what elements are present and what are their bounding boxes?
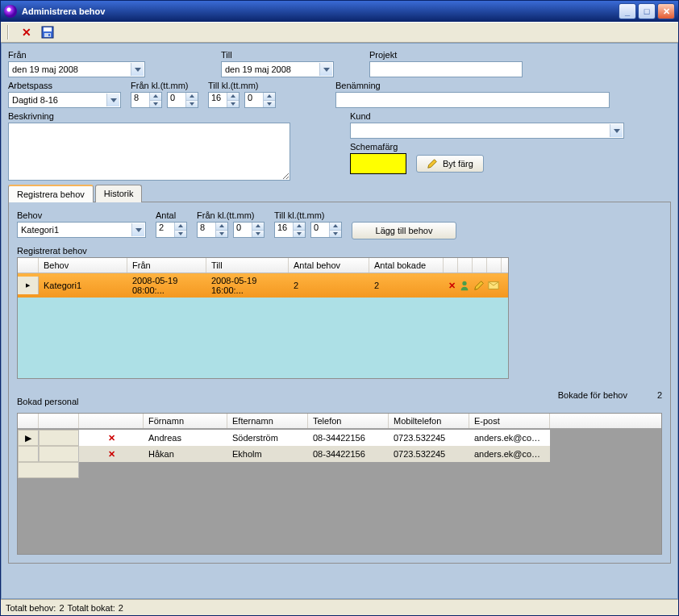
chevron-down-icon[interactable] (319, 63, 332, 76)
person-icon[interactable] (459, 280, 470, 291)
save-icon[interactable] (41, 26, 54, 39)
row-selector-icon[interactable]: ▶ (18, 430, 39, 446)
envelope-icon[interactable] (488, 280, 499, 291)
chevron-down-icon[interactable] (175, 231, 186, 238)
behov-fran-min-stepper[interactable]: 0 (233, 222, 265, 238)
behov-till-kl-label: Till kl.(tt.mm) (274, 210, 342, 220)
chevron-up-icon[interactable] (175, 223, 186, 231)
chevron-up-icon[interactable] (330, 223, 341, 231)
chevron-up-icon[interactable] (150, 93, 161, 101)
table-row[interactable]: Kategori1 2008-05-19 08:00:... 2008-05-1… (18, 273, 508, 298)
maximize-button[interactable]: □ (638, 3, 656, 19)
chevron-up-icon[interactable] (252, 223, 264, 231)
toolbar-separator (7, 25, 9, 40)
color-swatch (350, 153, 406, 174)
grid-empty-area (18, 298, 508, 378)
delete-icon[interactable]: ✕ (19, 26, 35, 39)
beskrivning-textarea[interactable] (8, 123, 290, 181)
personal-grid: Förnamn Efternamn Telefon Mobiltelefon E… (17, 413, 662, 555)
col-telefon[interactable]: Telefon (308, 414, 389, 428)
fran-kl-label: Från kl.(tt.mm) (131, 81, 198, 90)
benamning-label: Benämning (335, 81, 610, 90)
benamning-input[interactable] (335, 92, 610, 108)
till-kl-hour-stepper[interactable]: 16 (208, 92, 240, 108)
till-label: Till (221, 50, 334, 60)
row-selector-icon[interactable] (18, 446, 39, 462)
bokad-personal-label: Bokad personal (17, 397, 78, 406)
chevron-down-icon[interactable] (610, 124, 623, 137)
chevron-up-icon[interactable] (294, 223, 305, 231)
remove-icon[interactable]: ✕ (79, 449, 144, 460)
col-antal-behov[interactable]: Antal behov (289, 258, 369, 273)
behov-till-hour-stepper[interactable]: 16 (274, 222, 306, 238)
projekt-input[interactable] (369, 61, 523, 77)
behov-till-min-stepper[interactable]: 0 (310, 222, 342, 238)
chevron-down-icon[interactable] (216, 231, 227, 238)
lagg-till-behov-button[interactable]: Lägg till behov (352, 222, 456, 239)
antal-stepper[interactable]: 2 (156, 222, 187, 238)
close-button[interactable]: ✕ (657, 3, 675, 19)
kund-label: Kund (350, 111, 624, 121)
behov-select[interactable]: Kategori1 (17, 222, 146, 238)
col-behov[interactable]: Behov (39, 258, 127, 273)
svg-rect-1 (44, 27, 52, 31)
col-fran[interactable]: Från (127, 258, 206, 273)
list-item[interactable]: ✕ Håkan Ekholm 08-34422156 0723.532245 a… (18, 446, 550, 462)
window-root: Administrera behov _ □ ✕ ✕ Från den 19 m… (0, 0, 679, 616)
totalt-bokat-value: 2 (119, 603, 123, 613)
tab-strip: Registrera behov Historik (8, 185, 671, 202)
row-selector-icon[interactable] (18, 277, 39, 294)
col-till[interactable]: Till (206, 258, 289, 273)
beskrivning-label: Beskrivning (8, 111, 290, 121)
list-item[interactable]: ▶ ✕ Andreas Söderström 08-34422156 0723.… (18, 430, 550, 446)
chevron-down-icon[interactable] (294, 231, 305, 238)
col-efternamn[interactable]: Efternamn (227, 414, 308, 428)
chevron-down-icon[interactable] (106, 94, 119, 106)
tab-historik[interactable]: Historik (95, 185, 143, 202)
chevron-down-icon[interactable] (186, 101, 198, 108)
remove-icon[interactable]: ✕ (79, 433, 144, 443)
fran-kl-min-stepper[interactable]: 0 (167, 92, 198, 108)
tab-registrera-behov[interactable]: Registrera behov (8, 185, 94, 202)
till-kl-label: Till kl.(tt.mm) (208, 81, 276, 90)
arbetspass-select[interactable]: Dagtid 8-16 (8, 92, 121, 108)
grid-header: Behov Från Till Antal behov Antal bokade (18, 258, 508, 273)
col-mobil[interactable]: Mobiltelefon (389, 414, 469, 428)
personal-header: Förnamn Efternamn Telefon Mobiltelefon E… (18, 414, 661, 428)
chevron-down-icon[interactable] (330, 231, 341, 238)
app-icon (4, 5, 17, 18)
window-title: Administrera behov (22, 6, 105, 16)
chevron-down-icon[interactable] (150, 101, 161, 108)
chevron-down-icon[interactable] (252, 231, 264, 238)
behov-fran-hour-stepper[interactable]: 8 (197, 222, 228, 238)
registrerat-grid: Behov Från Till Antal behov Antal bokade… (17, 257, 509, 379)
totalt-behov-label: Totalt behov: (6, 603, 56, 613)
kund-select[interactable] (350, 123, 624, 139)
chevron-down-icon[interactable] (131, 63, 144, 76)
chevron-down-icon[interactable] (264, 101, 275, 108)
delete-icon[interactable]: ✕ (448, 281, 456, 291)
chevron-down-icon[interactable] (131, 223, 144, 236)
chevron-up-icon[interactable] (186, 93, 198, 101)
pencil-icon (427, 158, 438, 169)
fran-kl-hour-stepper[interactable]: 8 (131, 92, 162, 108)
behov-fran-kl-label: Från kl.(tt.mm) (197, 210, 265, 220)
till-kl-min-stepper[interactable]: 0 (244, 92, 276, 108)
totalt-behov-value: 2 (59, 603, 64, 613)
minimize-button[interactable]: _ (619, 3, 636, 19)
chevron-down-icon[interactable] (227, 101, 239, 108)
byt-farg-button[interactable]: Byt färg (416, 155, 484, 173)
antal-label: Antal (156, 210, 187, 220)
col-epost[interactable]: E-post (469, 414, 550, 428)
svg-rect-3 (48, 34, 50, 36)
fran-datepicker[interactable]: den 19 maj 2008 (8, 61, 145, 77)
toolbar: ✕ (1, 22, 678, 43)
chevron-up-icon[interactable] (264, 93, 275, 101)
pencil-icon[interactable] (473, 280, 485, 291)
projekt-label: Projekt (369, 50, 523, 60)
col-fornamn[interactable]: Förnamn (144, 414, 227, 428)
till-datepicker[interactable]: den 19 maj 2008 (221, 61, 334, 77)
col-antal-bokade[interactable]: Antal bokade (369, 258, 444, 273)
chevron-up-icon[interactable] (216, 223, 227, 231)
chevron-up-icon[interactable] (227, 93, 239, 101)
